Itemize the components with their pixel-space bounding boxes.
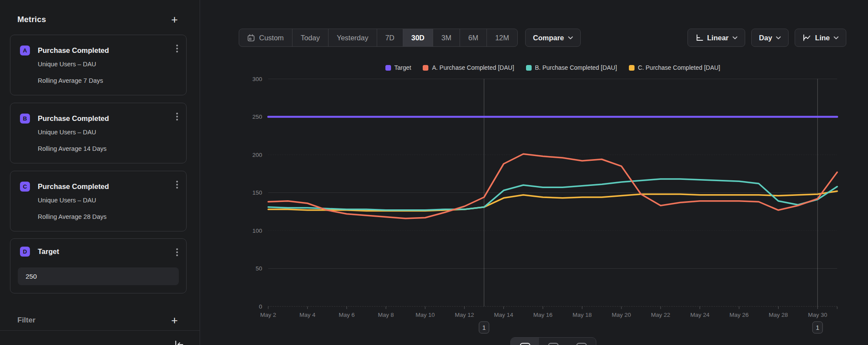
sidebar-divider [0,330,200,331]
x-axis-label: May 24 [690,312,710,318]
y-axis-label: 200 [252,152,262,158]
line-chart: 050100150200250300May 2May 4May 6May 8Ma… [200,0,868,345]
metric-measure: Unique Users – DAU [38,129,96,136]
svg-text:1: 1 [482,324,486,331]
target-title: Target [38,247,59,256]
metric-title: Purchase Completed [38,114,109,123]
y-axis-label: 300 [252,76,262,82]
metric-badge: C [20,182,30,192]
x-axis-label: May 2 [260,312,276,318]
kebab-menu-icon[interactable] [171,246,183,259]
y-axis-label: 0 [259,303,262,310]
filter-title: Filter [17,316,36,325]
metric-title: Purchase Completed [38,182,109,191]
metric-badge: D [20,247,30,257]
view-toggle [510,337,596,345]
metric-rolling-average: Rolling Average 14 Days [38,145,107,152]
chart-panel: CustomTodayYesterday7D30D3M6M12M Compare… [200,0,868,345]
metric-card: CPurchase CompletedUnique Users – DAURol… [10,171,187,231]
x-axis-label: May 26 [730,312,749,318]
target-value-input[interactable] [18,267,179,285]
metric-badge: B [20,114,30,124]
filter-section: Filter + [17,314,181,327]
annotation-badge[interactable]: 1 [812,322,822,333]
svg-text:1: 1 [816,324,819,331]
metric-rolling-average: Rolling Average 28 Days [38,213,107,220]
annotation-badge[interactable]: 1 [479,322,489,333]
metric-title: Purchase Completed [38,46,109,55]
metrics-sidebar: Metrics + APurchase CompletedUnique User… [0,0,200,345]
metric-measure: Unique Users – DAU [38,61,96,68]
x-axis-label: May 10 [416,312,435,318]
metric-card: BPurchase CompletedUnique Users – DAURol… [10,103,187,163]
y-axis-label: 250 [252,114,262,120]
metric-badge: A [20,46,30,55]
kebab-menu-icon[interactable] [171,42,183,55]
kebab-menu-icon[interactable] [171,110,183,123]
x-axis-label: May 4 [299,312,316,318]
x-axis-label: May 20 [612,312,631,318]
metric-card: APurchase CompletedUnique Users – DAURol… [10,35,187,95]
x-axis-label: May 28 [769,312,788,318]
metrics-header: Metrics + [17,13,181,26]
x-axis-label: May 16 [533,312,552,318]
metric-rolling-average: Rolling Average 7 Days [38,77,103,84]
x-axis-label: May 14 [494,312,513,318]
x-axis-label: May 12 [455,312,474,318]
x-axis-label: May 18 [572,312,592,318]
collapse-sidebar-icon[interactable] [173,338,185,345]
x-axis-label: May 6 [339,312,355,318]
target-card: D Target [10,238,187,293]
y-axis-label: 150 [252,189,262,196]
add-filter-button[interactable]: + [168,314,181,326]
add-metric-button[interactable]: + [168,13,181,26]
metric-measure: Unique Users – DAU [38,197,96,204]
y-axis-label: 100 [252,228,262,234]
x-axis-label: May 8 [378,312,394,318]
kebab-menu-icon[interactable] [171,178,183,191]
x-axis-label: May 22 [651,312,670,318]
x-axis-label: May 30 [808,312,827,318]
table-view-icon[interactable] [539,338,567,345]
split-view-icon[interactable] [568,338,596,345]
y-axis-label: 50 [256,265,262,272]
metrics-title: Metrics [17,15,46,24]
chart-view-icon[interactable] [511,338,539,345]
